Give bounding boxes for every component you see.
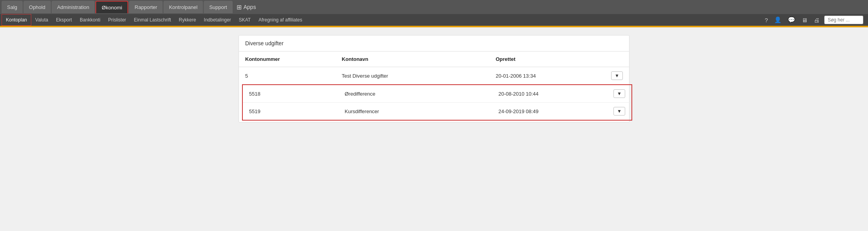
print-icon[interactable]: 🖨 (812, 16, 821, 24)
content-area: Diverse udgifter Kontonummer Kontonavn O… (0, 27, 868, 130)
row-dropdown-button[interactable]: ▼ (613, 107, 625, 116)
cell-action: ▼ (607, 85, 632, 103)
user-icon[interactable]: 👤 (773, 16, 783, 24)
cell-kontonavn: Øredifference (339, 85, 492, 103)
tab-okonomi[interactable]: Økonomi (95, 1, 128, 13)
sub-nav: Kontoplan Valuta Eksport Bankkonti Prisl… (0, 14, 868, 26)
subnav-einmal[interactable]: Einmal Lastschrift (130, 14, 175, 26)
tab-kontrolpanel[interactable]: Kontrolpanel (163, 1, 203, 13)
subnav-kontoplan[interactable]: Kontoplan (2, 14, 31, 26)
cell-oprettet: 20-01-2006 13:34 (490, 67, 605, 85)
cell-kontonavn: Kursdifferencer (339, 103, 492, 121)
cell-kontonummer: 5 (239, 67, 335, 85)
row-dropdown-button[interactable]: ▼ (611, 71, 623, 80)
cell-action: ▼ (605, 67, 629, 85)
subnav-rykkere[interactable]: Rykkere (175, 14, 200, 26)
table-row: 5518 Øredifference 20-08-2010 10:44 ▼ (242, 85, 632, 103)
subnav-eksport[interactable]: Eksport (52, 14, 76, 26)
col-header-oprettet: Oprettet (490, 52, 605, 67)
col-header-kontonavn: Kontonavn (335, 52, 490, 67)
subnav-bankkonti[interactable]: Bankkonti (76, 14, 104, 26)
cell-action: ▼ (607, 103, 632, 121)
subnav-affiliates[interactable]: Afregning af affiliates (255, 14, 306, 26)
subnav-valuta[interactable]: Valuta (31, 14, 52, 26)
cell-kontonavn: Test Diverse udgifter (335, 67, 490, 85)
screen-icon[interactable]: 🖥 (800, 16, 809, 24)
col-header-action (605, 52, 629, 67)
cell-oprettet: 20-08-2010 10:44 (492, 85, 607, 103)
chat-icon[interactable]: 💬 (786, 16, 797, 24)
data-table: Kontonummer Kontonavn Oprettet 5 Test Di… (239, 52, 629, 84)
subnav-prislister[interactable]: Prislister (104, 14, 130, 26)
subnav-indbetalinger[interactable]: Indbetalinger (200, 14, 235, 26)
col-header-kontonummer: Kontonummer (239, 52, 335, 67)
cell-oprettet: 24-09-2019 08:49 (492, 103, 607, 121)
help-icon[interactable]: ? (763, 16, 769, 24)
table-row: 5519 Kursdifferencer 24-09-2019 08:49 ▼ (242, 103, 632, 121)
row-dropdown-button[interactable]: ▼ (613, 89, 625, 98)
highlighted-rows-table: 5518 Øredifference 20-08-2010 10:44 ▼ 55… (242, 84, 632, 121)
table-header-row: Kontonummer Kontonavn Oprettet (239, 52, 629, 67)
card-title: Diverse udgifter (239, 36, 629, 52)
tab-salg[interactable]: Salg (2, 1, 23, 13)
cell-kontonummer: 5518 (242, 85, 339, 103)
tab-rapporter[interactable]: Rapporter (129, 1, 163, 13)
apps-label: Apps (244, 4, 256, 10)
sub-nav-right: ? 👤 💬 🖥 🖨 (763, 16, 866, 24)
tab-ophold[interactable]: Ophold (23, 1, 51, 13)
tab-administration[interactable]: Administration (52, 1, 95, 13)
top-nav: Salg Ophold Administration Økonomi Rappo… (0, 0, 868, 14)
table-row: 5 Test Diverse udgifter 20-01-2006 13:34… (239, 67, 629, 85)
subnav-skat[interactable]: SKAT (235, 14, 255, 26)
search-input[interactable] (824, 16, 863, 24)
tab-support[interactable]: Support (204, 1, 233, 13)
cell-kontonummer: 5519 (242, 103, 339, 121)
card: Diverse udgifter Kontonummer Kontonavn O… (239, 35, 629, 123)
grid-icon: ⊞ (237, 4, 242, 11)
apps-menu[interactable]: ⊞ Apps (237, 4, 256, 11)
